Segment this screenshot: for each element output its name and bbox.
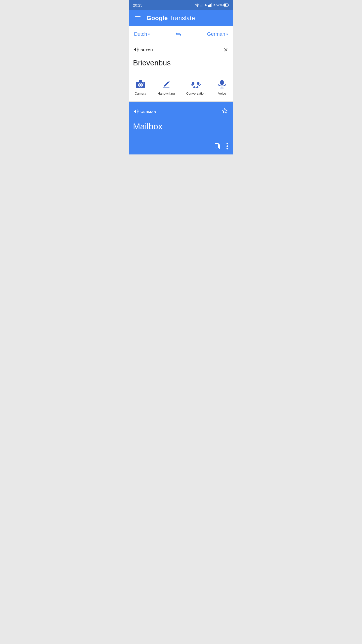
input-sound-button[interactable] xyxy=(133,47,139,54)
handwriting-label: Handwriting xyxy=(158,92,175,95)
wifi-icon xyxy=(195,3,200,7)
conversation-button[interactable]: Conversation xyxy=(182,78,210,96)
svg-rect-10 xyxy=(224,4,226,6)
svg-rect-5 xyxy=(208,5,209,7)
target-language-label: German xyxy=(207,31,225,37)
svg-rect-2 xyxy=(202,5,202,7)
camera-label: Camera xyxy=(135,92,146,95)
translation-actions xyxy=(133,142,229,150)
clear-button[interactable]: ✕ xyxy=(222,46,229,54)
svg-rect-22 xyxy=(220,80,224,85)
translation-sound-button[interactable] xyxy=(133,109,139,115)
target-language-dropdown-arrow: ▾ xyxy=(226,32,228,36)
svg-rect-1 xyxy=(201,5,201,7)
input-text[interactable]: Brievenbus xyxy=(133,57,229,72)
language-bar: Dutch ▾ German ▾ xyxy=(129,26,233,42)
translation-text: Mailbox xyxy=(133,120,229,142)
app-title-translate: Translate xyxy=(168,15,195,21)
translation-language-name: GERMAN xyxy=(141,110,156,114)
app-header: Google Translate xyxy=(129,10,233,26)
copy-icon xyxy=(214,143,220,149)
star-button[interactable] xyxy=(220,107,229,117)
conversation-label: Conversation xyxy=(186,92,206,95)
svg-rect-15 xyxy=(139,80,142,82)
r-label-1: R xyxy=(205,3,207,7)
svg-point-16 xyxy=(143,83,144,84)
conversation-icon xyxy=(191,79,201,90)
signal-icon-1 xyxy=(201,3,204,7)
app-title: Google Translate xyxy=(147,15,195,22)
r-label-2: R xyxy=(213,3,215,7)
action-buttons: Camera Handwriting xyxy=(129,74,233,102)
status-time: 20:25 xyxy=(133,3,143,7)
more-icon xyxy=(227,143,228,149)
svg-rect-6 xyxy=(209,5,210,7)
svg-rect-26 xyxy=(215,143,218,148)
hamburger-line-2 xyxy=(135,18,141,18)
menu-button[interactable] xyxy=(133,14,143,22)
voice-label: Voice xyxy=(218,92,226,95)
status-bar: 20:25 R xyxy=(129,0,233,10)
status-icons: R R 52% xyxy=(195,3,229,7)
translation-sound-icon xyxy=(133,109,139,114)
input-language-name: DUTCH xyxy=(141,48,153,52)
svg-rect-4 xyxy=(204,3,204,7)
svg-point-28 xyxy=(227,145,228,147)
svg-rect-3 xyxy=(203,4,203,7)
svg-rect-7 xyxy=(210,4,211,7)
svg-point-0 xyxy=(197,6,198,7)
star-icon xyxy=(221,108,228,114)
input-lang-label: DUTCH xyxy=(133,47,153,54)
svg-rect-20 xyxy=(197,82,199,85)
svg-rect-11 xyxy=(228,5,229,6)
more-options-button[interactable] xyxy=(225,142,229,150)
source-language-button[interactable]: Dutch ▾ xyxy=(133,29,151,39)
target-language-button[interactable]: German ▾ xyxy=(206,29,229,39)
copy-button[interactable] xyxy=(213,142,221,150)
camera-button[interactable]: Camera xyxy=(131,78,150,96)
app-title-google: Google xyxy=(147,15,168,21)
input-area: DUTCH ✕ Brievenbus xyxy=(129,42,233,74)
svg-point-14 xyxy=(139,84,142,86)
svg-rect-18 xyxy=(192,82,194,85)
input-lang-row: DUTCH ✕ xyxy=(133,46,229,54)
hamburger-line-3 xyxy=(135,20,141,20)
svg-point-29 xyxy=(227,148,228,149)
battery-text: 52% xyxy=(216,3,222,7)
svg-point-27 xyxy=(227,143,228,144)
battery-icon xyxy=(223,4,229,7)
translation-lang-row: GERMAN xyxy=(133,107,229,117)
handwriting-icon xyxy=(161,79,171,90)
swap-icon xyxy=(175,32,182,37)
voice-button[interactable]: Voice xyxy=(213,78,231,96)
svg-rect-8 xyxy=(211,3,212,7)
source-language-label: Dutch xyxy=(134,31,147,37)
source-language-dropdown-arrow: ▾ xyxy=(148,32,150,36)
hamburger-line-1 xyxy=(135,16,141,17)
sound-icon xyxy=(133,47,139,52)
swap-languages-button[interactable] xyxy=(173,30,184,39)
camera-icon xyxy=(135,79,146,90)
handwriting-button[interactable]: Handwriting xyxy=(154,78,179,96)
translation-area: GERMAN Mailbox xyxy=(129,102,233,154)
translation-lang-label: GERMAN xyxy=(133,109,156,115)
signal-icon-2 xyxy=(208,3,212,7)
voice-icon xyxy=(217,79,227,90)
